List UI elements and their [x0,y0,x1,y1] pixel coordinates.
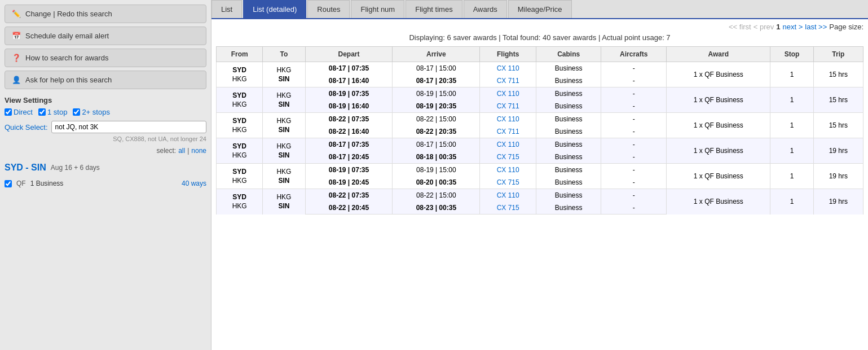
current-page: 1 [776,23,780,31]
cabin-cell-2: Business [536,75,601,88]
arrive-cell-2: 08-20 | 00:35 [393,176,480,189]
flight-cell-2[interactable]: CX 711 [480,125,536,138]
flight-cell-2[interactable]: CX 715 [480,176,536,189]
trip-cell: 19 hrs [813,164,863,189]
tab-routes[interactable]: Routes [307,0,350,18]
aircraft-cell-2: - [601,151,667,164]
cabin-cell-2: Business [536,125,601,138]
tab-list-detailed[interactable]: List (detailed) [243,0,306,18]
arrive-cell-2: 08-18 | 00:35 [393,151,480,164]
quick-select-input[interactable] [51,121,206,133]
flight-cell-1[interactable]: CX 110 [480,113,536,126]
tab-mileage-price[interactable]: Mileage/Price [508,0,572,18]
depart-cell-1: 08-17 | 07:35 [305,138,393,151]
from-cell: SYDHKG [217,164,263,189]
change-redo-label: Change | Redo this search [25,10,112,18]
flight-cell-1[interactable]: CX 110 [480,164,536,177]
col-cabins: Cabins [536,47,601,62]
aircraft-cell-1: - [601,164,667,177]
stop-cell: 1 [770,189,813,215]
select-none-link[interactable]: none [191,147,206,155]
question-icon: ❓ [12,54,21,62]
one-stop-filter[interactable]: 1 stop [38,108,67,116]
cabin-cell-2: Business [536,100,601,113]
first-link[interactable]: << first [729,23,751,31]
route-title: SYD - SIN [5,163,46,173]
cabin-cell-2: Business [536,151,601,164]
stop-cell: 1 [770,62,813,88]
flight-cell-2[interactable]: CX 711 [480,75,536,88]
filter-checkboxes: Direct 1 stop 2+ stops [5,108,206,116]
aircraft-cell-2: - [601,125,667,138]
aircraft-cell-2: - [601,75,667,88]
flight-cell-2[interactable]: CX 715 [480,151,536,164]
tab-bar: List List (detailed) Routes Flight num F… [212,0,868,19]
depart-cell-2: 08-17 | 20:45 [305,151,393,164]
aircraft-cell-2: - [601,176,667,189]
two-plus-checkbox[interactable] [73,108,80,116]
how-to-search-label: How to search for awards [25,54,108,62]
col-depart: Depart [305,47,393,62]
stop-cell: 1 [770,138,813,164]
arrive-cell-2: 08-22 | 20:35 [393,125,480,138]
award-cell: 1 x QF Business [667,138,770,164]
from-cell: SYDHKG [217,88,263,113]
depart-cell-1: 08-19 | 07:35 [305,164,393,177]
next-link[interactable]: next > [782,23,803,31]
change-redo-button[interactable]: ✏️ Change | Redo this search [5,5,206,23]
flight-cell-1[interactable]: CX 110 [480,88,536,100]
arrive-cell-1: 08-19 | 15:00 [393,164,480,177]
col-aircrafts: Aircrafts [601,47,667,62]
depart-cell-1: 08-22 | 07:35 [305,113,393,126]
from-cell: SYDHKG [217,138,263,164]
aircraft-cell-2: - [601,100,667,113]
schedule-email-button[interactable]: 📅 Schedule daily email alert [5,27,206,45]
tab-awards[interactable]: Awards [464,0,507,18]
depart-cell-2: 08-19 | 20:45 [305,176,393,189]
quick-select-label: Quick Select: [5,123,48,132]
tab-list[interactable]: List [212,0,242,18]
ways-count: 40 ways [182,180,206,187]
col-from: From [217,47,263,62]
to-cell: HKGSIN [263,62,305,88]
trip-cell: 19 hrs [813,138,863,164]
flight-cell-1[interactable]: CX 110 [480,138,536,151]
cabin-cell-1: Business [536,88,601,100]
tab-flight-num[interactable]: Flight num [351,0,404,18]
direct-filter[interactable]: Direct [5,108,33,116]
two-plus-stop-filter[interactable]: 2+ stops [73,108,110,116]
depart-cell-2: 08-22 | 16:40 [305,125,393,138]
select-all-link[interactable]: all [178,147,185,155]
direct-checkbox[interactable] [5,108,12,116]
flight-cell-1[interactable]: CX 110 [480,189,536,202]
award-cell: 1 x QF Business [667,113,770,138]
trip-cell: 19 hrs [813,189,863,215]
depart-cell-2: 08-19 | 16:40 [305,100,393,113]
aircraft-cell-1: - [601,88,667,100]
to-cell: HKGSIN [263,88,305,113]
prev-link[interactable]: < prev [754,23,774,31]
aircraft-cell-1: - [601,189,667,202]
one-stop-checkbox[interactable] [38,108,46,116]
flight-cell-2[interactable]: CX 711 [480,100,536,113]
col-flights: Flights [480,47,536,62]
how-to-search-button[interactable]: ❓ How to search for awards [5,49,206,67]
award-cell: 1 x QF Business [667,189,770,215]
last-link[interactable]: last >> [805,23,827,31]
direct-label: Direct [14,108,33,116]
from-cell: SYDHKG [217,189,263,215]
depart-cell-1: 08-22 | 07:35 [305,189,393,202]
trip-cell: 15 hrs [813,62,863,88]
cabin-cell-1: Business [536,62,601,75]
flight-cell-1[interactable]: CX 110 [480,62,536,75]
flight-cell-2[interactable]: CX 715 [480,202,536,215]
depart-cell-2: 08-22 | 20:45 [305,202,393,215]
ask-help-button[interactable]: 👤 Ask for help on this search [5,71,206,89]
tab-flight-times[interactable]: Flight times [406,0,462,18]
to-cell: HKGSIN [263,164,305,189]
flight-select-checkbox[interactable] [5,180,12,187]
route-dates: Aug 16 + 6 days [51,164,100,172]
cabin-cell-1: Business [536,138,601,151]
arrive-cell-1: 08-17 | 15:00 [393,138,480,151]
cabin-text: 1 Business [30,180,64,187]
